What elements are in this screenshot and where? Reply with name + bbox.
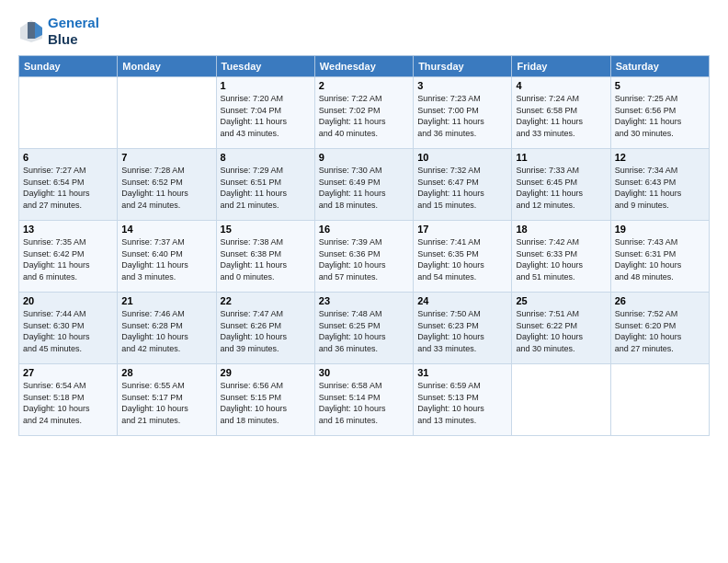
day-number: 3 (417, 80, 507, 91)
day-info: Sunrise: 7:29 AM Sunset: 6:51 PM Dayligh… (221, 165, 311, 211)
calendar-cell (19, 77, 118, 149)
day-number: 4 (516, 80, 606, 91)
calendar-week-row: 13Sunrise: 7:35 AM Sunset: 6:42 PM Dayli… (19, 221, 710, 293)
calendar-cell: 9Sunrise: 7:30 AM Sunset: 6:49 PM Daylig… (314, 149, 413, 221)
day-number: 6 (23, 152, 113, 163)
day-info: Sunrise: 7:23 AM Sunset: 7:00 PM Dayligh… (417, 93, 507, 139)
day-info: Sunrise: 7:32 AM Sunset: 6:47 PM Dayligh… (417, 165, 507, 211)
day-number: 24 (417, 295, 507, 306)
weekday-header-row: SundayMondayTuesdayWednesdayThursdayFrid… (19, 56, 710, 77)
calendar-cell: 10Sunrise: 7:32 AM Sunset: 6:47 PM Dayli… (414, 149, 512, 221)
calendar-cell: 29Sunrise: 6:56 AM Sunset: 5:15 PM Dayli… (216, 364, 314, 436)
calendar-cell: 20Sunrise: 7:44 AM Sunset: 6:30 PM Dayli… (19, 293, 118, 364)
day-number: 21 (121, 295, 211, 306)
day-info: Sunrise: 6:59 AM Sunset: 5:13 PM Dayligh… (417, 380, 507, 426)
weekday-header-cell: Monday (118, 56, 216, 77)
day-info: Sunrise: 7:52 AM Sunset: 6:20 PM Dayligh… (615, 308, 705, 354)
weekday-header-cell: Saturday (610, 56, 709, 77)
calendar-cell: 13Sunrise: 7:35 AM Sunset: 6:42 PM Dayli… (19, 221, 118, 293)
day-number: 2 (319, 80, 409, 91)
day-number: 23 (319, 295, 409, 306)
day-info: Sunrise: 7:35 AM Sunset: 6:42 PM Dayligh… (23, 236, 113, 282)
calendar-cell: 5Sunrise: 7:25 AM Sunset: 6:56 PM Daylig… (610, 77, 709, 149)
day-number: 26 (615, 295, 705, 306)
day-info: Sunrise: 7:22 AM Sunset: 7:02 PM Dayligh… (319, 93, 409, 139)
calendar-cell: 12Sunrise: 7:34 AM Sunset: 6:43 PM Dayli… (610, 149, 709, 221)
day-info: Sunrise: 7:38 AM Sunset: 6:38 PM Dayligh… (221, 236, 311, 282)
day-info: Sunrise: 7:46 AM Sunset: 6:28 PM Dayligh… (121, 308, 211, 354)
calendar-week-row: 20Sunrise: 7:44 AM Sunset: 6:30 PM Dayli… (19, 293, 710, 364)
day-info: Sunrise: 7:24 AM Sunset: 6:58 PM Dayligh… (516, 93, 606, 139)
calendar-cell: 7Sunrise: 7:28 AM Sunset: 6:52 PM Daylig… (118, 149, 216, 221)
day-number: 8 (221, 152, 311, 163)
page: General Blue SundayMondayTuesdayWednesda… (0, 0, 728, 563)
calendar-week-row: 6Sunrise: 7:27 AM Sunset: 6:54 PM Daylig… (19, 149, 710, 221)
day-info: Sunrise: 7:20 AM Sunset: 7:04 PM Dayligh… (221, 93, 311, 139)
day-number: 27 (23, 367, 113, 378)
day-info: Sunrise: 7:25 AM Sunset: 6:56 PM Dayligh… (615, 93, 705, 139)
day-info: Sunrise: 7:27 AM Sunset: 6:54 PM Dayligh… (23, 165, 113, 211)
weekday-header-cell: Sunday (19, 56, 118, 77)
calendar-cell: 14Sunrise: 7:37 AM Sunset: 6:40 PM Dayli… (118, 221, 216, 293)
day-number: 9 (319, 152, 409, 163)
calendar-cell (610, 364, 709, 436)
day-number: 29 (221, 367, 311, 378)
calendar-cell: 26Sunrise: 7:52 AM Sunset: 6:20 PM Dayli… (610, 293, 709, 364)
day-info: Sunrise: 6:56 AM Sunset: 5:15 PM Dayligh… (221, 380, 311, 426)
calendar-cell: 21Sunrise: 7:46 AM Sunset: 6:28 PM Dayli… (118, 293, 216, 364)
svg-marker-3 (28, 22, 35, 39)
day-info: Sunrise: 7:37 AM Sunset: 6:40 PM Dayligh… (121, 236, 211, 282)
weekday-header-cell: Tuesday (216, 56, 314, 77)
calendar-week-row: 27Sunrise: 6:54 AM Sunset: 5:18 PM Dayli… (19, 364, 710, 436)
calendar-cell: 4Sunrise: 7:24 AM Sunset: 6:58 PM Daylig… (512, 77, 610, 149)
day-number: 17 (417, 224, 507, 235)
day-info: Sunrise: 7:30 AM Sunset: 6:49 PM Dayligh… (319, 165, 409, 211)
calendar-cell: 31Sunrise: 6:59 AM Sunset: 5:13 PM Dayli… (414, 364, 512, 436)
calendar-body: 1Sunrise: 7:20 AM Sunset: 7:04 PM Daylig… (19, 77, 710, 436)
calendar-cell: 15Sunrise: 7:38 AM Sunset: 6:38 PM Dayli… (216, 221, 314, 293)
day-number: 30 (319, 367, 409, 378)
day-info: Sunrise: 6:54 AM Sunset: 5:18 PM Dayligh… (23, 380, 113, 426)
weekday-header-cell: Thursday (414, 56, 512, 77)
weekday-header-cell: Friday (512, 56, 610, 77)
logo-text-blue: Blue (48, 31, 99, 48)
day-info: Sunrise: 7:41 AM Sunset: 6:35 PM Dayligh… (417, 236, 507, 282)
calendar-cell: 28Sunrise: 6:55 AM Sunset: 5:17 PM Dayli… (118, 364, 216, 436)
day-info: Sunrise: 7:50 AM Sunset: 6:23 PM Dayligh… (417, 308, 507, 354)
day-number: 31 (417, 367, 507, 378)
calendar-cell: 16Sunrise: 7:39 AM Sunset: 6:36 PM Dayli… (314, 221, 413, 293)
day-info: Sunrise: 7:44 AM Sunset: 6:30 PM Dayligh… (23, 308, 113, 354)
calendar-table: SundayMondayTuesdayWednesdayThursdayFrid… (18, 55, 710, 436)
day-info: Sunrise: 7:42 AM Sunset: 6:33 PM Dayligh… (516, 236, 606, 282)
day-number: 10 (417, 152, 507, 163)
calendar-cell: 8Sunrise: 7:29 AM Sunset: 6:51 PM Daylig… (216, 149, 314, 221)
day-info: Sunrise: 7:33 AM Sunset: 6:45 PM Dayligh… (516, 165, 606, 211)
calendar-cell: 1Sunrise: 7:20 AM Sunset: 7:04 PM Daylig… (216, 77, 314, 149)
day-number: 13 (23, 224, 113, 235)
logo-icon (18, 18, 44, 44)
calendar-cell: 11Sunrise: 7:33 AM Sunset: 6:45 PM Dayli… (512, 149, 610, 221)
calendar-cell: 19Sunrise: 7:43 AM Sunset: 6:31 PM Dayli… (610, 221, 709, 293)
day-number: 1 (221, 80, 311, 91)
day-info: Sunrise: 6:55 AM Sunset: 5:17 PM Dayligh… (121, 380, 211, 426)
calendar-cell (512, 364, 610, 436)
day-number: 15 (221, 224, 311, 235)
day-info: Sunrise: 7:51 AM Sunset: 6:22 PM Dayligh… (516, 308, 606, 354)
day-number: 19 (615, 224, 705, 235)
calendar-cell: 27Sunrise: 6:54 AM Sunset: 5:18 PM Dayli… (19, 364, 118, 436)
header: General Blue (18, 15, 710, 48)
day-number: 12 (615, 152, 705, 163)
day-number: 25 (516, 295, 606, 306)
day-number: 14 (121, 224, 211, 235)
day-info: Sunrise: 7:47 AM Sunset: 6:26 PM Dayligh… (221, 308, 311, 354)
day-number: 20 (23, 295, 113, 306)
day-info: Sunrise: 7:48 AM Sunset: 6:25 PM Dayligh… (319, 308, 409, 354)
day-info: Sunrise: 7:28 AM Sunset: 6:52 PM Dayligh… (121, 165, 211, 211)
calendar-cell: 6Sunrise: 7:27 AM Sunset: 6:54 PM Daylig… (19, 149, 118, 221)
day-info: Sunrise: 7:43 AM Sunset: 6:31 PM Dayligh… (615, 236, 705, 282)
day-number: 22 (221, 295, 311, 306)
day-info: Sunrise: 7:39 AM Sunset: 6:36 PM Dayligh… (319, 236, 409, 282)
calendar-cell (118, 77, 216, 149)
logo: General Blue (18, 15, 99, 48)
day-number: 28 (121, 367, 211, 378)
